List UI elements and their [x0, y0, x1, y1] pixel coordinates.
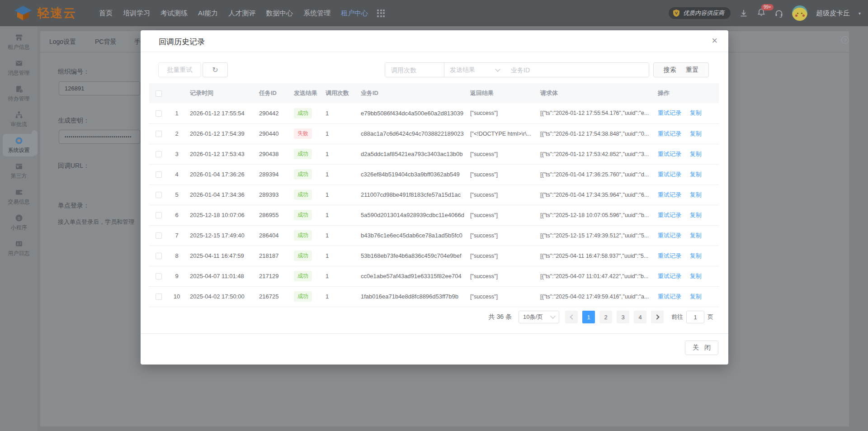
page-button-1[interactable]: 1	[582, 311, 595, 323]
request-body: [{"ts":"2026-01-12 17:55:54.176","uuid":…	[536, 103, 653, 123]
retry-record-link[interactable]: 重试记录	[658, 109, 681, 116]
sidebar-item-user-logs[interactable]: 用户日志	[3, 237, 35, 260]
retry-record-link[interactable]: 重试记录	[658, 212, 681, 218]
close-dialog-button[interactable]: 关 闭	[685, 341, 718, 355]
batch-retry-button[interactable]: 批量重试	[158, 62, 201, 77]
table-row: 2 2026-01-12 17:54:39 290440 失败 1 c88ac1…	[149, 123, 719, 144]
page-size-select[interactable]: 10条/页	[519, 311, 559, 323]
nav-item[interactable]: 系统管理	[303, 9, 330, 18]
download-icon[interactable]	[739, 9, 748, 18]
prev-page-button[interactable]	[565, 311, 578, 323]
send-result-select[interactable]: 发送结果	[444, 63, 505, 77]
task-id: 286955	[255, 205, 289, 225]
secret-key-field[interactable]	[59, 130, 140, 144]
retry-record-link[interactable]: 重试记录	[658, 171, 681, 178]
copy-link[interactable]: 复制	[690, 232, 702, 239]
nav-item[interactable]: 培训学习	[123, 9, 150, 18]
row-checkbox[interactable]	[156, 212, 162, 218]
nav-item[interactable]: 人才测评	[228, 9, 255, 18]
copy-link[interactable]: 复制	[690, 130, 702, 137]
retry-record-link[interactable]: 重试记录	[658, 130, 681, 137]
row-checkbox[interactable]	[156, 232, 162, 239]
reset-button[interactable]: 重置	[686, 66, 698, 74]
retry-record-link[interactable]: 重试记录	[658, 273, 681, 279]
retry-record-link[interactable]: 重试记录	[658, 191, 681, 198]
return-result: ["success"]	[466, 103, 536, 123]
copy-link[interactable]: 复制	[690, 252, 702, 259]
call-count: 1	[321, 266, 356, 286]
footer-divider	[141, 333, 728, 334]
copy-link[interactable]: 复制	[690, 151, 702, 157]
tab-logo-settings[interactable]: Logo设置	[49, 38, 76, 46]
callback-history-dialog: 回调历史记录 × 批量重试 ↻ 发送结果 搜索 重置	[141, 30, 728, 365]
col-task-id: 任务ID	[255, 83, 289, 103]
tab-pc-background[interactable]: PC背景	[95, 38, 116, 46]
help-icon[interactable]: ?	[841, 36, 849, 44]
call-count-filter-input[interactable]	[385, 63, 444, 77]
chevron-down-icon	[495, 66, 500, 71]
refresh-button[interactable]: ↻	[203, 62, 228, 77]
nav-item[interactable]: 数据中心	[266, 9, 293, 18]
row-checkbox[interactable]	[156, 171, 162, 178]
copy-link[interactable]: 复制	[690, 171, 702, 178]
row-checkbox[interactable]	[156, 192, 162, 198]
retry-record-link[interactable]: 重试记录	[658, 151, 681, 157]
retry-record-link[interactable]: 重试记录	[658, 293, 681, 300]
retry-record-link[interactable]: 重试记录	[658, 232, 681, 239]
row-checkbox[interactable]	[156, 110, 162, 117]
nav-item[interactable]: 租户中心	[341, 9, 368, 18]
copy-link[interactable]: 复制	[690, 191, 702, 198]
sidebar-item-system-settings[interactable]: 系统设置	[3, 134, 35, 156]
search-button[interactable]: 搜索	[664, 66, 676, 74]
nav-item[interactable]: 考试测练	[160, 9, 188, 18]
sidebar-item-messages[interactable]: 消息管理	[3, 57, 35, 79]
store-icon	[14, 33, 24, 42]
table-header: 记录时间 任务ID 发送结果 调用次数 业务ID 返回结果 请求体 操作	[149, 83, 719, 103]
username[interactable]: 超级皮卡丘	[816, 9, 850, 18]
copy-link[interactable]: 复制	[690, 109, 702, 116]
close-icon[interactable]: ×	[712, 36, 717, 46]
copy-link[interactable]: 复制	[690, 212, 702, 218]
sso-label: 单点登录：	[58, 202, 90, 210]
retry-record-link[interactable]: 重试记录	[658, 252, 681, 259]
record-time: 2026-01-04 17:34:36	[185, 185, 255, 205]
apps-grid-icon[interactable]	[377, 9, 385, 17]
org-number-field[interactable]	[59, 81, 140, 95]
top-navbar: 轻速云 首页 培训学习 考试测练 AI能力 人才测评 数据中心 系统管理 租户中…	[0, 0, 868, 26]
sidebar-item-approval-flow[interactable]: 审批流	[3, 108, 35, 131]
select-all-checkbox[interactable]	[156, 90, 162, 97]
sidebar-item-todo[interactable]: 待办管理	[3, 82, 35, 105]
sidebar-item-mini-program[interactable]: S 小程序	[3, 211, 35, 234]
headset-icon[interactable]	[774, 9, 783, 18]
status-badge: 失败	[294, 128, 312, 139]
copy-link[interactable]: 复制	[690, 293, 702, 300]
col-actions: 操作	[653, 83, 719, 103]
sidebar-item-transactions[interactable]: 交易信息	[3, 185, 35, 208]
row-checkbox[interactable]	[156, 294, 162, 300]
copy-link[interactable]: 复制	[690, 273, 702, 279]
tab-mobile-background[interactable]: 手	[134, 38, 141, 46]
page-button-2[interactable]: 2	[599, 311, 612, 323]
drawer-handle[interactable]	[32, 130, 38, 156]
request-body: [{"ts":"2026-01-04 17:34:35.964","uuid":…	[536, 185, 653, 205]
row-checkbox[interactable]	[156, 131, 162, 137]
row-checkbox[interactable]	[156, 273, 162, 279]
page-button-4[interactable]: 4	[634, 311, 646, 323]
nav-item[interactable]: 首页	[99, 9, 113, 18]
biz-id-filter-input[interactable]	[505, 63, 649, 77]
row-checkbox[interactable]	[156, 253, 162, 259]
table-row: 7 2025-12-15 17:49:40 286404 成功 1 b43b76…	[149, 225, 719, 246]
notifications[interactable]: 99+	[757, 8, 766, 19]
biz-id: e79bb5086f434dc4a500e60a2d813039	[356, 103, 466, 123]
page-button-3[interactable]: 3	[617, 311, 629, 323]
supplier-badge: V 优质内容供应商	[669, 7, 731, 19]
goto-page-input[interactable]	[686, 311, 704, 323]
biz-id: 1fab016ea71b4e8d8fc8896d53ff7b9b	[356, 286, 466, 307]
sidebar-item-tenant-info[interactable]: 租户信息	[3, 31, 35, 53]
avatar[interactable]	[792, 5, 807, 21]
next-page-button[interactable]	[651, 311, 664, 323]
sidebar-item-third-party[interactable]: 第三方	[3, 160, 35, 182]
row-checkbox[interactable]	[156, 151, 162, 157]
nav-item[interactable]: AI能力	[198, 9, 218, 18]
chevron-down-icon[interactable]: ▾	[859, 11, 861, 16]
